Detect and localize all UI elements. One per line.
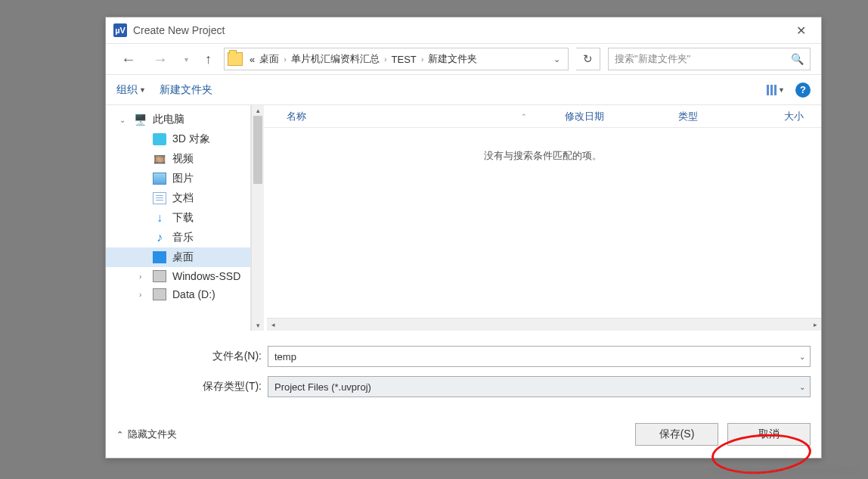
sidebar-item-label: 3D 对象 <box>172 132 210 146</box>
hide-folders-toggle[interactable]: ⌃ 隐藏文件夹 <box>116 428 177 441</box>
filetype-label: 保存类型(T): <box>116 380 268 393</box>
sidebar-item-doc[interactable]: 文档 <box>106 188 250 208</box>
sidebar: ⌄ 此电脑 3D 对象视频图片文档下载音乐桌面›Windows-SSD›Data… <box>106 105 251 331</box>
ssd-icon <box>153 270 166 282</box>
breadcrumb-item[interactable]: 单片机汇编资料汇总 <box>289 52 382 66</box>
breadcrumb-item[interactable]: 新建文件夹 <box>426 52 479 66</box>
column-size[interactable]: 大小 <box>777 110 821 123</box>
sidebar-item-music[interactable]: 音乐 <box>106 228 250 247</box>
close-button[interactable]: ✕ <box>789 20 814 41</box>
titlebar: µV Create New Project ✕ <box>106 17 821 43</box>
music-icon <box>153 232 166 244</box>
doc-icon <box>153 192 166 204</box>
organize-menu[interactable]: 组织▼ <box>116 83 146 97</box>
toolbar: 组织▼ 新建文件夹 ▼ ? <box>106 75 821 105</box>
chevron-up-icon: ⌃ <box>116 430 123 440</box>
chevron-down-icon: ⌄ <box>119 116 127 124</box>
save-dialog: µV Create New Project ✕ ← → ▾ ↑ « 桌面 › 单… <box>105 17 822 459</box>
horizontal-scrollbar[interactable]: ◂ ▸ <box>267 318 821 331</box>
save-button[interactable]: 保存(S) <box>635 423 718 446</box>
new-folder-button[interactable]: 新建文件夹 <box>160 83 212 97</box>
form-area: 文件名(N): temp ⌄ 保存类型(T): Project Files (*… <box>106 331 821 406</box>
sidebar-item-desk[interactable]: 桌面 <box>106 247 250 267</box>
scrollbar-thumb[interactable] <box>253 116 262 184</box>
sidebar-item-video[interactable]: 视频 <box>106 149 250 169</box>
sidebar-item-label: 下载 <box>172 211 194 225</box>
column-type[interactable]: 类型 <box>671 110 777 123</box>
sidebar-item-data[interactable]: ›Data (D:) <box>106 285 250 303</box>
desk-icon <box>153 251 166 263</box>
breadcrumb-item[interactable]: TEST <box>389 54 419 65</box>
up-button[interactable]: ↑ <box>200 50 216 69</box>
sidebar-item-label: 此电脑 <box>153 113 184 126</box>
chevron-right-icon: › <box>382 54 389 64</box>
view-icon <box>767 85 777 95</box>
column-headers: 名称 ⌃ 修改日期 类型 大小 <box>264 105 821 128</box>
cancel-button[interactable]: 取消 <box>727 423 811 446</box>
scroll-right-icon[interactable]: ▸ <box>809 319 821 331</box>
data-icon <box>153 288 166 300</box>
address-bar[interactable]: « 桌面 › 单片机汇编资料汇总 › TEST › 新建文件夹 ⌄ <box>224 48 569 70</box>
chevron-right-icon: › <box>139 272 147 281</box>
video-icon <box>153 153 166 165</box>
filename-label: 文件名(N): <box>116 350 268 363</box>
scroll-left-icon[interactable]: ◂ <box>267 319 279 331</box>
sidebar-item-label: 文档 <box>172 191 194 205</box>
sidebar-item-pic[interactable]: 图片 <box>106 169 250 188</box>
sidebar-item-label: 视频 <box>172 152 194 166</box>
filetype-select[interactable]: Project Files (*.uvproj) ⌄ <box>268 376 811 397</box>
search-placeholder: 搜索"新建文件夹" <box>615 52 690 66</box>
sidebar-item-label: 音乐 <box>172 231 194 244</box>
view-menu[interactable]: ▼ <box>767 85 785 95</box>
sidebar-item-down[interactable]: 下载 <box>106 208 250 228</box>
navbar: ← → ▾ ↑ « 桌面 › 单片机汇编资料汇总 › TEST › 新建文件夹 … <box>106 43 821 75</box>
breadcrumb-prefix: « <box>247 54 257 65</box>
chevron-right-icon: › <box>419 54 426 64</box>
filename-input[interactable]: temp ⌄ <box>268 346 811 367</box>
help-button[interactable]: ? <box>795 82 811 98</box>
sidebar-item-this-pc[interactable]: ⌄ 此电脑 <box>106 110 250 129</box>
sidebar-scrollbar[interactable]: ▴ ▾ <box>251 105 264 331</box>
sidebar-item-label: 图片 <box>172 172 194 185</box>
3d-icon <box>153 133 166 145</box>
scroll-up-icon[interactable]: ▴ <box>252 105 264 116</box>
sidebar-item-label: Data (D:) <box>172 288 215 300</box>
footer: ⌃ 隐藏文件夹 保存(S) 取消 <box>106 406 821 458</box>
pc-icon <box>133 114 147 126</box>
sidebar-item-label: 桌面 <box>172 250 194 264</box>
scroll-down-icon[interactable]: ▾ <box>252 320 264 331</box>
file-list-pane: 名称 ⌃ 修改日期 类型 大小 没有与搜索条件匹配的项。 ◂ ▸ <box>264 105 821 331</box>
sidebar-item-label: Windows-SSD <box>172 270 240 282</box>
search-icon: 🔍 <box>791 53 804 65</box>
sidebar-item-3d[interactable]: 3D 对象 <box>106 129 250 149</box>
breadcrumb-item[interactable]: 桌面 <box>257 52 281 66</box>
folder-icon <box>228 52 243 66</box>
address-dropdown[interactable]: ⌄ <box>549 54 565 64</box>
chevron-right-icon: › <box>139 291 147 299</box>
forward-button: → <box>148 49 172 70</box>
sort-indicator-icon: ⌃ <box>491 113 557 120</box>
back-button[interactable]: ← <box>116 49 141 70</box>
search-input[interactable]: 搜索"新建文件夹" 🔍 <box>608 48 811 70</box>
app-icon: µV <box>113 23 127 37</box>
watermark: https://blog.csdn.net/liuxianfei0810 <box>708 465 859 476</box>
chevron-down-icon[interactable]: ⌄ <box>799 383 805 391</box>
sidebar-item-ssd[interactable]: ›Windows-SSD <box>106 267 250 285</box>
column-name[interactable]: 名称 <box>279 110 491 123</box>
chevron-right-icon: › <box>281 54 289 64</box>
chevron-down-icon[interactable]: ⌄ <box>799 353 805 361</box>
history-dropdown[interactable]: ▾ <box>180 54 193 65</box>
down-icon <box>153 212 166 224</box>
column-date[interactable]: 修改日期 <box>557 110 671 123</box>
window-title: Create New Project <box>133 24 225 36</box>
refresh-button[interactable]: ↻ <box>576 48 600 70</box>
pic-icon <box>153 173 166 185</box>
empty-message: 没有与搜索条件匹配的项。 <box>264 128 821 318</box>
